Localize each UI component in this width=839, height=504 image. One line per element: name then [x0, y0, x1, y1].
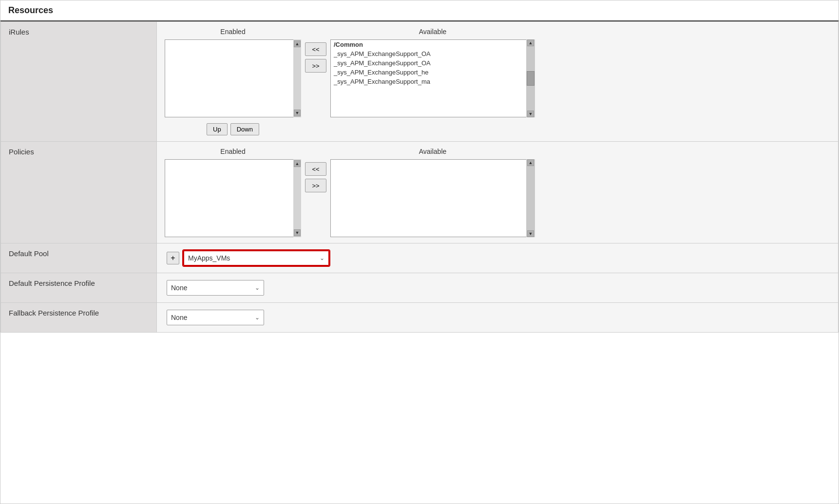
irules-enabled-scroll-down[interactable]: ▼ — [294, 110, 301, 116]
default-pool-content: + MyApps_VMs ⌄ — [157, 243, 839, 273]
section-header: Resources — [0, 0, 839, 21]
irules-dual-list: Enabled ▲ ▼ Up Down — [165, 28, 830, 135]
policies-move-left-button[interactable]: << — [305, 162, 326, 176]
policies-enabled-scrollbar: ▲ ▼ — [293, 159, 301, 237]
resources-table: iRules Enabled ▲ ▼ — [0, 21, 839, 333]
default-pool-label: Default Pool — [1, 243, 157, 273]
fallback-persistence-arrow-icon: ⌄ — [255, 314, 260, 321]
irules-enabled-label: Enabled — [220, 28, 245, 36]
irules-available-item-1[interactable]: _sys_APM_ExchangeSupport_OA — [331, 49, 526, 58]
irules-available-scrollbar: ▲ ▼ — [526, 39, 535, 117]
irules-available-scroll-down[interactable]: ▼ — [527, 111, 534, 117]
section-title: Resources — [8, 5, 53, 15]
default-pool-add-button[interactable]: + — [167, 252, 179, 264]
irules-move-left-button[interactable]: << — [305, 42, 326, 56]
policies-enabled-scroll-down[interactable]: ▼ — [294, 229, 301, 236]
default-persistence-row: Default Persistence Profile None ⌄ — [1, 273, 839, 303]
policies-available-label: Available — [419, 148, 447, 155]
policies-available-scroll-up[interactable]: ▲ — [527, 159, 534, 166]
irules-up-button[interactable]: Up — [207, 123, 228, 135]
policies-available-scroll-down[interactable]: ▼ — [527, 230, 534, 237]
policies-available-list[interactable] — [330, 159, 535, 237]
irules-order-buttons: Up Down — [207, 123, 259, 135]
policies-dual-list: Enabled ▲ ▼ << — [165, 148, 830, 237]
policies-enabled-label: Enabled — [220, 148, 245, 155]
irules-row: iRules Enabled ▲ ▼ — [1, 22, 839, 142]
irules-down-button[interactable]: Down — [230, 123, 259, 135]
policies-enabled-scroll-up[interactable]: ▲ — [294, 160, 301, 167]
irules-move-right-button[interactable]: >> — [305, 59, 326, 73]
irules-available-scroll-thumb — [527, 71, 534, 86]
policies-enabled-list[interactable] — [165, 159, 301, 237]
irules-available-item-3[interactable]: _sys_APM_ExchangeSupport_he — [331, 68, 526, 77]
irules-available-list[interactable]: /Common _sys_APM_ExchangeSupport_OA _sys… — [330, 39, 535, 117]
default-pool-value: MyApps_VMs — [188, 254, 230, 262]
default-persistence-label: Default Persistence Profile — [1, 273, 157, 303]
default-pool-row: Default Pool + MyApps_VMs ⌄ — [1, 243, 839, 273]
irules-label: iRules — [1, 22, 157, 142]
irules-available-item-4[interactable]: _sys_APM_ExchangeSupport_ma — [331, 77, 526, 86]
policies-available-section: Available ▲ ▼ — [330, 148, 535, 237]
fallback-persistence-value: None — [171, 314, 187, 321]
irules-enabled-scrollbar: ▲ ▼ — [293, 39, 301, 117]
irules-content: Enabled ▲ ▼ Up Down — [157, 22, 839, 142]
default-persistence-content: None ⌄ — [157, 273, 839, 303]
policies-row: Policies Enabled ▲ ▼ — [1, 142, 839, 243]
default-pool-arrow-icon: ⌄ — [320, 255, 324, 261]
policies-move-buttons: << >> — [305, 162, 326, 192]
default-pool-controls: + MyApps_VMs ⌄ — [167, 250, 828, 266]
irules-enabled-scroll-up[interactable]: ▲ — [294, 40, 301, 47]
irules-available-scroll-up[interactable]: ▲ — [527, 39, 534, 46]
fallback-persistence-content: None ⌄ — [157, 303, 839, 333]
default-pool-dropdown[interactable]: MyApps_VMs ⌄ — [183, 250, 329, 266]
irules-available-item-common: /Common — [331, 40, 526, 49]
irules-enabled-list[interactable] — [165, 39, 301, 117]
policies-move-right-button[interactable]: >> — [305, 179, 326, 192]
default-persistence-dropdown[interactable]: None ⌄ — [167, 280, 264, 296]
policies-content: Enabled ▲ ▼ << — [157, 142, 839, 243]
fallback-persistence-row: Fallback Persistence Profile None ⌄ — [1, 303, 839, 333]
policies-enabled-section: Enabled ▲ ▼ — [165, 148, 301, 237]
policies-label: Policies — [1, 142, 157, 243]
fallback-persistence-label: Fallback Persistence Profile — [1, 303, 157, 333]
default-persistence-arrow-icon: ⌄ — [255, 284, 260, 291]
irules-available-section: Available /Common _sys_APM_ExchangeSuppo… — [330, 28, 535, 117]
irules-available-item-2[interactable]: _sys_APM_ExchangeSupport_OA — [331, 58, 526, 68]
policies-available-scrollbar: ▲ ▼ — [526, 159, 535, 237]
default-persistence-value: None — [171, 284, 187, 292]
irules-enabled-section: Enabled ▲ ▼ Up Down — [165, 28, 301, 135]
page-container: Resources iRules Enabled ▲ — [0, 0, 839, 504]
fallback-persistence-dropdown[interactable]: None ⌄ — [167, 310, 264, 325]
irules-available-label: Available — [419, 28, 447, 36]
irules-move-buttons: << >> — [305, 42, 326, 73]
